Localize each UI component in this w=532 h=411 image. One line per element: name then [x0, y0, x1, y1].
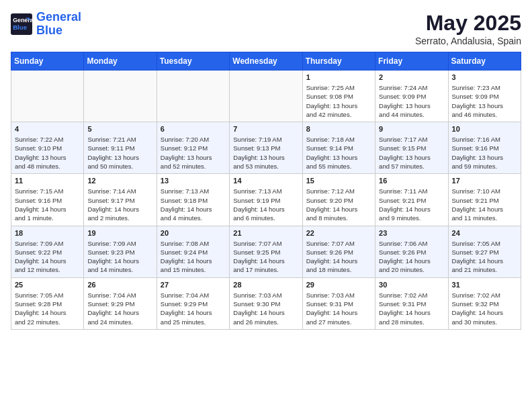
day-number: 9: [379, 125, 444, 133]
day-number: 19: [87, 229, 152, 237]
calendar-cell: 23Sunrise: 7:06 AM Sunset: 9:26 PM Dayli…: [375, 226, 448, 277]
day-number: 20: [161, 229, 226, 237]
day-info: Sunrise: 7:25 AM Sunset: 9:08 PM Dayligh…: [306, 83, 371, 119]
weekday-header: Thursday: [302, 52, 375, 71]
calendar-cell: [84, 71, 157, 122]
calendar-week-row: 18Sunrise: 7:09 AM Sunset: 9:22 PM Dayli…: [11, 226, 521, 277]
calendar-cell: 31Sunrise: 7:02 AM Sunset: 9:32 PM Dayli…: [448, 277, 521, 329]
day-number: 30: [379, 281, 444, 289]
day-info: Sunrise: 7:06 AM Sunset: 9:26 PM Dayligh…: [379, 239, 444, 275]
calendar-cell: [157, 71, 229, 122]
day-info: Sunrise: 7:07 AM Sunset: 9:25 PM Dayligh…: [233, 239, 298, 275]
calendar-cell: 15Sunrise: 7:12 AM Sunset: 9:20 PM Dayli…: [302, 174, 375, 226]
calendar-cell: 26Sunrise: 7:04 AM Sunset: 9:29 PM Dayli…: [84, 277, 157, 329]
weekday-header: Sunday: [11, 52, 84, 71]
svg-text:General: General: [13, 17, 32, 24]
day-number: 22: [306, 229, 371, 237]
day-number: 3: [452, 73, 517, 81]
calendar-cell: 8Sunrise: 7:18 AM Sunset: 9:14 PM Daylig…: [302, 122, 375, 174]
day-number: 13: [161, 177, 226, 185]
day-info: Sunrise: 7:15 AM Sunset: 9:16 PM Dayligh…: [15, 187, 80, 222]
calendar-cell: 29Sunrise: 7:03 AM Sunset: 9:31 PM Dayli…: [302, 277, 375, 329]
calendar-cell: 6Sunrise: 7:20 AM Sunset: 9:12 PM Daylig…: [157, 122, 229, 174]
day-number: 18: [15, 229, 80, 237]
day-info: Sunrise: 7:21 AM Sunset: 9:11 PM Dayligh…: [87, 135, 152, 171]
day-info: Sunrise: 7:20 AM Sunset: 9:12 PM Dayligh…: [161, 135, 226, 171]
day-number: 29: [306, 281, 371, 289]
title-block: May 2025 Serrato, Andalusia, Spain: [415, 11, 521, 46]
svg-text:Blue: Blue: [13, 24, 27, 31]
logo-icon: General Blue: [11, 13, 32, 35]
day-info: Sunrise: 7:09 AM Sunset: 9:23 PM Dayligh…: [87, 239, 152, 275]
day-number: 25: [15, 281, 80, 289]
calendar-table: SundayMondayTuesdayWednesdayThursdayFrid…: [11, 52, 521, 330]
day-number: 14: [233, 177, 298, 185]
day-info: Sunrise: 7:12 AM Sunset: 9:20 PM Dayligh…: [306, 187, 371, 222]
weekday-header: Wednesday: [230, 52, 302, 71]
calendar-cell: 16Sunrise: 7:11 AM Sunset: 9:21 PM Dayli…: [375, 174, 448, 226]
day-info: Sunrise: 7:10 AM Sunset: 9:21 PM Dayligh…: [452, 187, 517, 222]
day-info: Sunrise: 7:03 AM Sunset: 9:30 PM Dayligh…: [233, 291, 298, 326]
day-info: Sunrise: 7:13 AM Sunset: 9:19 PM Dayligh…: [233, 187, 298, 222]
calendar-cell: 3Sunrise: 7:23 AM Sunset: 9:09 PM Daylig…: [448, 71, 521, 122]
calendar-week-row: 4Sunrise: 7:22 AM Sunset: 9:10 PM Daylig…: [11, 122, 521, 174]
calendar-cell: 10Sunrise: 7:16 AM Sunset: 9:16 PM Dayli…: [448, 122, 521, 174]
day-number: 11: [15, 177, 80, 185]
day-number: 5: [87, 125, 152, 133]
location: Serrato, Andalusia, Spain: [415, 36, 521, 46]
day-number: 2: [379, 73, 444, 81]
calendar-cell: 13Sunrise: 7:13 AM Sunset: 9:18 PM Dayli…: [157, 174, 229, 226]
calendar-cell: 17Sunrise: 7:10 AM Sunset: 9:21 PM Dayli…: [448, 174, 521, 226]
day-number: 23: [379, 229, 444, 237]
calendar-cell: 2Sunrise: 7:24 AM Sunset: 9:09 PM Daylig…: [375, 71, 448, 122]
day-info: Sunrise: 7:24 AM Sunset: 9:09 PM Dayligh…: [379, 83, 444, 119]
day-info: Sunrise: 7:05 AM Sunset: 9:27 PM Dayligh…: [452, 239, 517, 275]
day-number: 28: [233, 281, 298, 289]
day-number: 6: [161, 125, 226, 133]
day-number: 27: [161, 281, 226, 289]
day-number: 26: [87, 281, 152, 289]
calendar-cell: 24Sunrise: 7:05 AM Sunset: 9:27 PM Dayli…: [448, 226, 521, 277]
calendar-cell: 30Sunrise: 7:02 AM Sunset: 9:31 PM Dayli…: [375, 277, 448, 329]
day-number: 16: [379, 177, 444, 185]
day-info: Sunrise: 7:04 AM Sunset: 9:29 PM Dayligh…: [161, 291, 226, 326]
calendar-cell: 20Sunrise: 7:08 AM Sunset: 9:24 PM Dayli…: [157, 226, 229, 277]
calendar-cell: 21Sunrise: 7:07 AM Sunset: 9:25 PM Dayli…: [230, 226, 302, 277]
day-number: 7: [233, 125, 298, 133]
calendar-cell: 25Sunrise: 7:05 AM Sunset: 9:28 PM Dayli…: [11, 277, 84, 329]
day-info: Sunrise: 7:22 AM Sunset: 9:10 PM Dayligh…: [15, 135, 80, 171]
day-info: Sunrise: 7:03 AM Sunset: 9:31 PM Dayligh…: [306, 291, 371, 326]
calendar-cell: 22Sunrise: 7:07 AM Sunset: 9:26 PM Dayli…: [302, 226, 375, 277]
calendar-cell: 4Sunrise: 7:22 AM Sunset: 9:10 PM Daylig…: [11, 122, 84, 174]
day-number: 10: [452, 125, 517, 133]
day-info: Sunrise: 7:07 AM Sunset: 9:26 PM Dayligh…: [306, 239, 371, 275]
logo-text: General Blue: [36, 11, 81, 38]
day-number: 12: [87, 177, 152, 185]
calendar-cell: [11, 71, 84, 122]
day-number: 31: [452, 281, 517, 289]
calendar-cell: 18Sunrise: 7:09 AM Sunset: 9:22 PM Dayli…: [11, 226, 84, 277]
weekday-header-row: SundayMondayTuesdayWednesdayThursdayFrid…: [11, 52, 521, 71]
day-info: Sunrise: 7:09 AM Sunset: 9:22 PM Dayligh…: [15, 239, 80, 275]
logo: General Blue General Blue: [11, 11, 81, 38]
day-info: Sunrise: 7:16 AM Sunset: 9:16 PM Dayligh…: [452, 135, 517, 171]
day-info: Sunrise: 7:02 AM Sunset: 9:32 PM Dayligh…: [452, 291, 517, 326]
calendar-cell: 1Sunrise: 7:25 AM Sunset: 9:08 PM Daylig…: [302, 71, 375, 122]
day-info: Sunrise: 7:02 AM Sunset: 9:31 PM Dayligh…: [379, 291, 444, 326]
day-number: 15: [306, 177, 371, 185]
day-number: 21: [233, 229, 298, 237]
day-number: 24: [452, 229, 517, 237]
day-info: Sunrise: 7:23 AM Sunset: 9:09 PM Dayligh…: [452, 83, 517, 119]
calendar-week-row: 11Sunrise: 7:15 AM Sunset: 9:16 PM Dayli…: [11, 174, 521, 226]
day-info: Sunrise: 7:17 AM Sunset: 9:15 PM Dayligh…: [379, 135, 444, 171]
calendar-cell: 19Sunrise: 7:09 AM Sunset: 9:23 PM Dayli…: [84, 226, 157, 277]
weekday-header: Tuesday: [157, 52, 229, 71]
day-number: 1: [306, 73, 371, 81]
page-header: General Blue General Blue May 2025 Serra…: [11, 11, 521, 46]
day-info: Sunrise: 7:14 AM Sunset: 9:17 PM Dayligh…: [87, 187, 152, 222]
day-info: Sunrise: 7:19 AM Sunset: 9:13 PM Dayligh…: [233, 135, 298, 171]
day-number: 17: [452, 177, 517, 185]
month-year: May 2025: [415, 11, 521, 36]
calendar-cell: 7Sunrise: 7:19 AM Sunset: 9:13 PM Daylig…: [230, 122, 302, 174]
day-info: Sunrise: 7:11 AM Sunset: 9:21 PM Dayligh…: [379, 187, 444, 222]
